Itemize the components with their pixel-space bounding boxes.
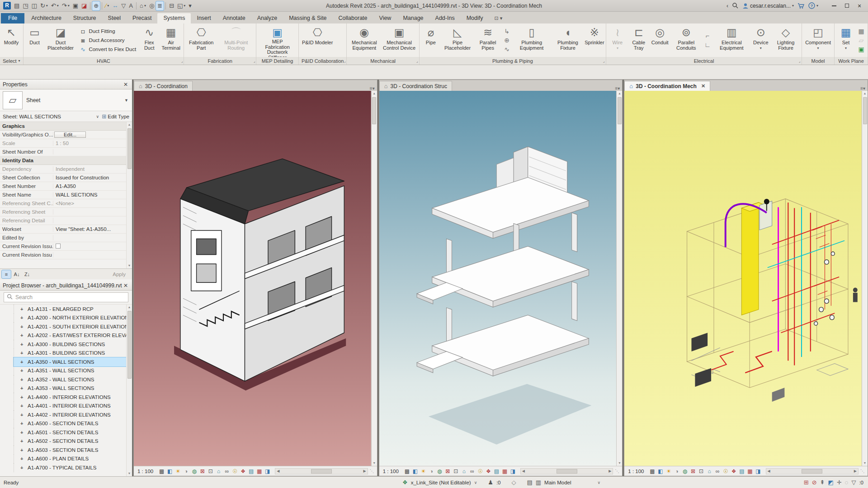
pipe-button[interactable]: ⌀Pipe <box>421 25 441 56</box>
instance-selector-caret-icon[interactable]: ∨ <box>96 114 99 119</box>
work-plane-panel-label[interactable]: Work Plane <box>835 57 868 65</box>
active-view-switcher[interactable]: ⊡ ▾ <box>492 14 505 23</box>
sheet-tree-item[interactable]: +A1-A502 - SECTION DETAILS <box>14 437 132 446</box>
worksharing-display-icon[interactable]: ❖ <box>239 467 247 475</box>
view-tab-coordination-struc[interactable]: ⌂ 3D - Coordination Struc <box>379 81 452 91</box>
property-value[interactable]: View "Sheet: A1-A350... <box>53 226 132 232</box>
property-value[interactable]: Issued for Construction <box>53 175 132 180</box>
tree-expander-icon[interactable]: + <box>20 324 25 329</box>
conduit-button[interactable]: ◎Conduit <box>650 25 670 56</box>
sheet-tree-item[interactable]: +A1-A402 - INTERIOR ELEVATIONS <box>14 410 132 419</box>
mechanical-panel-label[interactable]: Mechanical› <box>347 57 419 65</box>
show-crop-region-icon[interactable]: ⊡ <box>207 467 214 475</box>
scale-button[interactable]: 1 : 100 <box>136 469 157 474</box>
qat-close-document-button[interactable]: ◪ <box>80 1 88 10</box>
qat-section-button[interactable]: ⊕ <box>92 1 100 10</box>
sheet-tree-item[interactable]: +A1-A353 - WALL SECTIONS <box>14 384 132 393</box>
worksharing-display-icon[interactable]: ❖ <box>730 467 738 475</box>
property-group-header[interactable]: Identity Data∧ <box>0 156 132 165</box>
ribbon-tab-massing-site[interactable]: Massing & Site <box>283 13 332 23</box>
sort-descending-button[interactable]: Z↓ <box>23 270 32 278</box>
show-crop-region-icon[interactable]: ⊡ <box>452 467 460 475</box>
vertical-scrollbar[interactable]: ▲ ▼ <box>862 91 868 466</box>
properties-close-icon[interactable]: ✕ <box>122 81 129 88</box>
sheet-tree-item[interactable]: +A1-A400 - INTERIOR ELEVATIONS <box>14 393 132 402</box>
properties-filter-button[interactable]: ≡ <box>2 270 11 278</box>
highlight-displacement-sets-icon[interactable]: ◨ <box>264 467 271 475</box>
select-panel-label[interactable]: Select▾ <box>0 57 23 65</box>
panel-expander-icon[interactable]: › <box>602 60 606 64</box>
project-browser-close-icon[interactable]: ✕ <box>122 282 129 289</box>
plumbing-fixture-button[interactable]: ◖Plumbing Fixture <box>552 25 584 56</box>
ribbon-tab-structure[interactable]: Structure <box>67 13 102 23</box>
qat-redo-button[interactable]: ↷▾ <box>61 1 71 10</box>
sheet-tree-item[interactable]: +A1-A300 - BUILDING SECTIONS <box>14 340 132 349</box>
tree-expander-icon[interactable]: + <box>20 438 25 444</box>
help-button[interactable]: ? ▾ <box>808 2 818 9</box>
ribbon-tab-systems[interactable]: Systems <box>157 13 191 23</box>
show-analytical-model-icon[interactable]: ▦ <box>255 467 263 475</box>
sheet-tree-item[interactable]: +A1-A352 - WALL SECTIONS <box>14 375 132 384</box>
drag-on-selection-toggle-icon[interactable]: ✛ <box>837 479 842 486</box>
type-selector[interactable]: ▱ Sheet ▼ <box>0 89 132 111</box>
shadows-icon[interactable]: ◑ <box>182 467 190 475</box>
duct-accessory-button[interactable]: ◙Duct Accessory <box>78 37 137 44</box>
qat-default-3d-view-button[interactable]: ⌂▾ <box>138 1 147 10</box>
sheet-tree-item[interactable]: +A1-A201 - SOUTH EXTERIOR ELEVATION <box>14 322 132 331</box>
qat-text-button[interactable]: A <box>127 1 134 10</box>
view-tab-coordination-mech[interactable]: ⌂ 3D - Coordination Mech ✕ <box>624 81 710 91</box>
sheet-tree-item[interactable]: +A1-A600 - PLAN DETAILS <box>14 455 132 464</box>
property-value[interactable]: Independent <box>53 166 132 172</box>
mechanical-equipment-button[interactable]: ◉Mechanical Equipment <box>348 25 380 56</box>
ribbon-tab-insert[interactable]: Insert <box>191 13 217 23</box>
panel-expander-icon[interactable]: › <box>798 60 802 64</box>
mechanical-control-device-button[interactable]: ▣Mechanical Control Device <box>381 25 418 56</box>
pipe-accessory-icon[interactable]: ⊕ <box>503 37 510 44</box>
visual-style-icon[interactable]: ◧ <box>166 467 174 475</box>
ribbon-tab-annotate[interactable]: Annotate <box>217 13 251 23</box>
select-pinned-toggle-icon[interactable]: ⇞ <box>820 479 825 486</box>
convert-to-flex-duct-button[interactable]: ∿Convert to Flex Duct <box>78 46 137 53</box>
view-tab-menu-icon[interactable]: ≡▾ <box>368 86 377 91</box>
reveal-hidden-elements-icon[interactable]: ☉ <box>722 467 730 475</box>
fabrication-part-button[interactable]: ⎔Fabrication Part <box>185 25 217 56</box>
set-work-plane-button[interactable]: ▦Set▾ <box>836 25 856 56</box>
lighting-fixture-button[interactable]: ◇Lighting Fixture <box>771 25 800 56</box>
pipe-fitting-icon[interactable]: ↳ <box>503 28 510 35</box>
qat-revit-logo-button[interactable]: R <box>2 1 12 10</box>
duct-placeholder-button[interactable]: ◪Duct Placeholder <box>45 25 76 56</box>
temporary-view-properties-icon[interactable]: ▤ <box>493 467 500 475</box>
ribbon-tab-manage[interactable]: Manage <box>397 13 429 23</box>
view-canvas-coordination[interactable] <box>134 91 371 466</box>
detail-level-icon[interactable]: ▩ <box>649 467 656 475</box>
conduit-fitting-icon[interactable]: ∟ <box>704 41 711 48</box>
panel-expander-icon[interactable]: › <box>253 60 256 64</box>
tree-expander-icon[interactable]: + <box>20 456 25 461</box>
sheet-tree-item[interactable]: +A1-A401 - INTERIOR ELEVATIONS <box>14 402 132 411</box>
edit-type-button[interactable]: ⊞ Edit Type <box>102 113 129 120</box>
crop-view-icon[interactable]: ⊠ <box>444 467 452 475</box>
sheet-tree-item[interactable]: +A1-A700 - TYPICAL DETAILS <box>14 463 132 472</box>
select-by-face-toggle-icon[interactable]: ◩ <box>828 479 833 486</box>
qat-sync-with-central-button[interactable]: ↻▾ <box>39 1 49 10</box>
view-canvas-coordination-mech[interactable] <box>624 91 862 466</box>
sheet-tree-item[interactable]: +A1-A503 - SECTION DETAILS <box>14 446 132 455</box>
property-group-header[interactable]: Graphics∧ <box>0 122 132 131</box>
tree-expander-icon[interactable]: + <box>20 368 25 373</box>
cable-tray-button[interactable]: ⊏Cable Tray <box>628 25 650 56</box>
show-work-plane-icon[interactable]: ▦ <box>858 28 865 35</box>
ribbon-tab-analyze[interactable]: Analyze <box>251 13 283 23</box>
select-links-toggle-icon[interactable]: ⊞ <box>804 479 809 486</box>
view-tab-close-icon[interactable]: ✕ <box>701 83 705 89</box>
sheet-tree-item[interactable]: +A1-A202 - EAST/WEST EXTERIOR ELEVAT <box>14 331 132 340</box>
ribbon-tab-modify[interactable]: Modify <box>461 13 489 23</box>
electrical-equipment-button[interactable]: ▥Electrical Equipment <box>713 25 750 56</box>
scale-button[interactable]: 1 : 100 <box>626 469 647 474</box>
render-icon[interactable]: ◍ <box>190 467 198 475</box>
collapse-chevron-icon[interactable]: ‹ <box>726 3 728 9</box>
qat-save-button[interactable]: ◫ <box>30 1 38 10</box>
view-tab-coordination[interactable]: ⌂ 3D - Coordination <box>134 81 193 91</box>
sun-path-icon[interactable]: ☀ <box>420 467 427 475</box>
tree-expander-icon[interactable]: + <box>20 421 25 426</box>
pipe-placeholder-button[interactable]: ◺Pipe Placeholder <box>441 25 474 56</box>
